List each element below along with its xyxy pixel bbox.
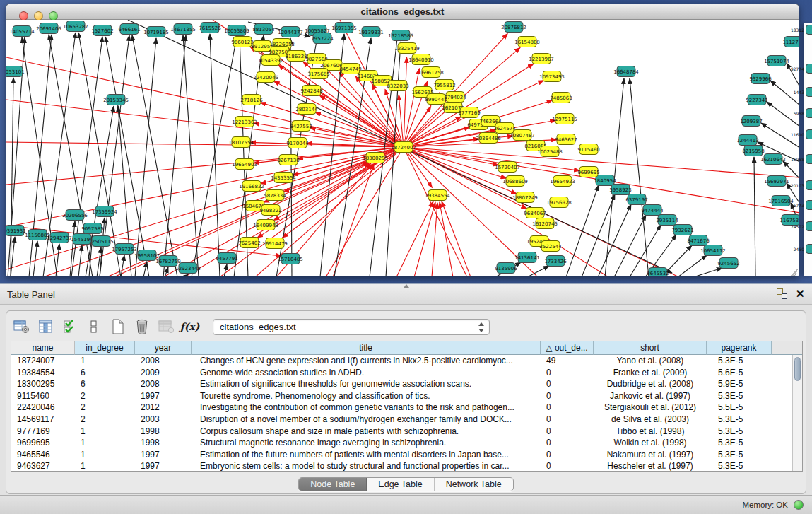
table-row[interactable]: 977716911998Corpus callosum shape and si… <box>11 426 802 438</box>
new-table-icon[interactable] <box>108 317 127 336</box>
graph-node[interactable] <box>806 244 812 254</box>
graph-node-label: 9227341 <box>746 98 767 103</box>
table-cell: 2 <box>75 402 135 414</box>
window-resize-grip-icon[interactable] <box>789 266 799 276</box>
column-header-name[interactable]: name <box>11 341 75 355</box>
table-row[interactable]: 1938455462009Genome-wide association stu… <box>11 367 802 379</box>
graph-node-label: 16648784 <box>613 69 639 75</box>
column-header-△ out_de...[interactable]: △ out_de... <box>541 341 594 355</box>
graph-node-label: 2450 <box>794 247 804 252</box>
graph-node-label: 18107554 <box>228 140 254 146</box>
table-columns-icon[interactable] <box>36 317 55 336</box>
graph-node[interactable] <box>806 108 812 118</box>
table-cell: 2012 <box>135 402 192 414</box>
table-cell: 5.3E-5 <box>707 437 772 449</box>
table-cell: Corpus callosum shape and size in male p… <box>192 426 541 438</box>
column-header-year[interactable]: year <box>135 341 192 355</box>
graph-node-label: 14136141 <box>514 255 540 261</box>
graph-node-label: 2053101 <box>6 69 25 75</box>
table-cell: 2 <box>75 414 135 426</box>
graph-node-label: 8186328 <box>285 54 307 59</box>
graph-node-label: 17957253 <box>112 247 137 252</box>
graph-node-label: 8454749 <box>339 66 361 72</box>
column-header-spacer[interactable] <box>772 341 802 355</box>
background-window-sliver[interactable]: 1831292774144359581161015958120103677324… <box>804 23 812 276</box>
graph-node[interactable] <box>806 154 812 164</box>
column-header-short[interactable]: short <box>594 341 707 355</box>
table-panel-body: ƒ(x) citations_edges.txt namein_degreeye… <box>6 310 806 494</box>
table-cell: Embryonic stem cells: a model to study s… <box>192 460 541 472</box>
rows-icon[interactable] <box>84 317 103 336</box>
desktop-background: citations_edges.txt 14055714206914061065… <box>0 0 812 283</box>
graph-node-label: 19756928 <box>546 200 572 206</box>
graph-node[interactable] <box>806 221 812 231</box>
graph-node-label: 16409948 <box>253 223 278 228</box>
network-window[interactable]: citations_edges.txt 14055714206914061065… <box>6 4 799 276</box>
select-stepper-icon <box>478 322 485 333</box>
table-row[interactable]: 946362711997Embryonic stem cells: a mode… <box>11 460 802 472</box>
graph-node-label: 16210643 <box>760 157 786 163</box>
graph-node-label: 10688609 <box>502 179 528 185</box>
graph-node-label: 5958 <box>794 111 804 116</box>
graph-node-label: 15958 <box>791 157 804 162</box>
table-source-select[interactable]: citations_edges.txt <box>213 319 490 335</box>
graph-node-label: 14353554 <box>271 175 296 181</box>
table-row[interactable]: 1830029562008Estimation of significance … <box>11 378 802 390</box>
network-canvas-area[interactable]: 1405571420691406106532871527602646616110… <box>6 20 799 276</box>
graph-node-label: 12923448 <box>175 266 201 271</box>
float-panel-icon[interactable] <box>777 288 787 299</box>
table-cell: 1 <box>75 460 135 472</box>
table-panel: Table Panel ✕ <box>0 283 812 514</box>
table-cell: 0 <box>541 426 594 438</box>
graph-node[interactable] <box>806 25 812 35</box>
graph-node-label: 20206556 <box>62 213 88 218</box>
table-cell: 9699695 <box>11 437 75 449</box>
table-cell: 5.3E-5 <box>707 460 772 472</box>
table-row[interactable]: 1456911722003Disruption of a novel membe… <box>11 414 802 426</box>
close-panel-icon[interactable]: ✕ <box>796 288 805 299</box>
table-row[interactable]: 969969511998Structural magnetic resonanc… <box>11 437 802 449</box>
graph-node-label: 18724007 <box>391 145 416 151</box>
graph-node[interactable] <box>806 129 812 139</box>
table-row[interactable]: 946554611997Estimation of the future num… <box>11 449 802 461</box>
network-window-title: citations_edges.txt <box>6 6 799 17</box>
graph-node-label: 1527602 <box>91 28 113 34</box>
table-settings-icon[interactable] <box>12 317 31 336</box>
table-row[interactable]: 1872400712008Changes of HCN gene express… <box>11 355 802 367</box>
tab-node-table[interactable]: Node Table <box>299 478 367 491</box>
scrollbar-thumb[interactable] <box>794 357 801 381</box>
graph-node-label: 17016504 <box>768 199 794 204</box>
delete-table-icon[interactable] <box>132 317 151 336</box>
graph-node[interactable] <box>806 180 812 190</box>
node-table[interactable]: namein_degreeyeartitle△ out_de...shortpa… <box>11 341 803 472</box>
graph-node-label: 6773 <box>794 203 804 208</box>
graph-node[interactable] <box>806 200 812 210</box>
select-columns-checks-icon[interactable] <box>60 317 79 336</box>
graph-node-label: 15751074 <box>764 59 789 64</box>
memory-status-indicator-icon[interactable] <box>794 500 804 510</box>
column-header-in_degree[interactable]: in_degree <box>75 341 135 355</box>
graph-node-label: 9457791 <box>216 256 237 262</box>
table-row[interactable]: 2242004622012Investigating the contribut… <box>11 402 802 414</box>
table-cell: 0 <box>541 378 594 390</box>
network-canvas[interactable]: 1405571420691406106532871527602646616110… <box>6 20 799 276</box>
tab-network-table[interactable]: Network Table <box>435 478 513 491</box>
graph-node-label: 10543392 <box>258 58 283 64</box>
column-header-title[interactable]: title <box>192 341 541 355</box>
table-vertical-scrollbar[interactable] <box>792 355 802 471</box>
function-builder-icon[interactable]: ƒ(x) <box>180 317 199 336</box>
table-cell: 9115460 <box>11 390 75 402</box>
network-window-titlebar[interactable]: citations_edges.txt <box>6 4 799 20</box>
tab-edge-table[interactable]: Edge Table <box>367 478 434 491</box>
table-cell: Jankovic et al. (1997) <box>594 390 707 402</box>
graph-node[interactable] <box>806 64 812 74</box>
table-cell: 0 <box>541 414 594 426</box>
table-cell: 0 <box>541 367 594 379</box>
graph-node-label: 12975115 <box>552 117 577 122</box>
graph-node[interactable] <box>806 87 812 97</box>
panel-resize-handle-icon[interactable] <box>404 284 409 288</box>
table-panel-header: Table Panel ✕ <box>0 284 812 305</box>
column-header-pagerank[interactable]: pagerank <box>707 341 772 355</box>
graph-node-label: 20876812 <box>501 25 526 30</box>
table-row[interactable]: 911546021997Tourette syndrome. Phenomeno… <box>11 390 802 402</box>
